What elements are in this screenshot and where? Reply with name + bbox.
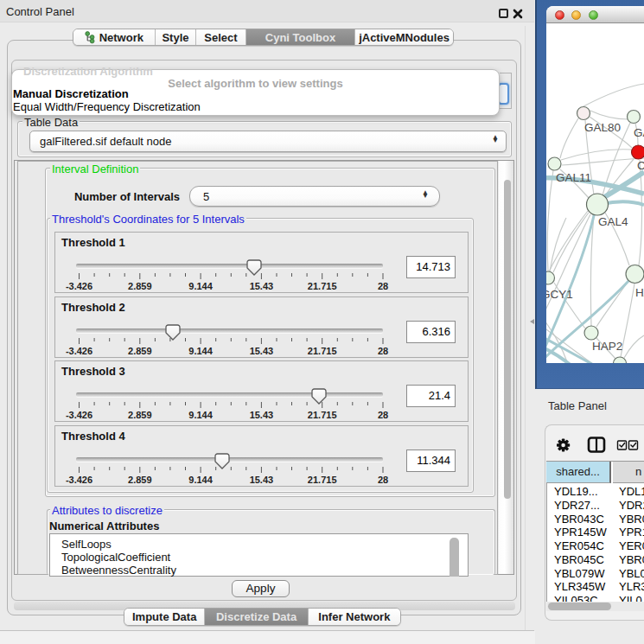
- svg-text:GAL11: GAL11: [556, 171, 591, 184]
- svg-text:HA: HA: [635, 286, 644, 299]
- svg-text:GAL4: GAL4: [598, 215, 628, 228]
- svg-text:GA: GA: [634, 126, 644, 139]
- svg-text:GAL80: GAL80: [584, 121, 621, 134]
- svg-text:GCY1: GCY1: [546, 288, 573, 301]
- svg-text:C: C: [637, 159, 644, 172]
- svg-text:HAP2: HAP2: [592, 340, 622, 353]
